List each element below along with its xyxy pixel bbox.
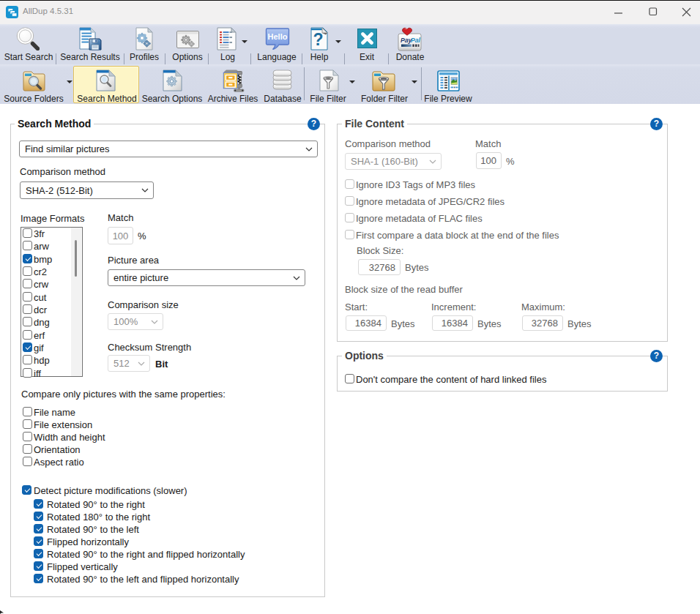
svg-text:Pal: Pal — [411, 37, 421, 44]
svg-text:Hello: Hello — [268, 32, 288, 41]
svg-text:?: ? — [313, 30, 323, 49]
